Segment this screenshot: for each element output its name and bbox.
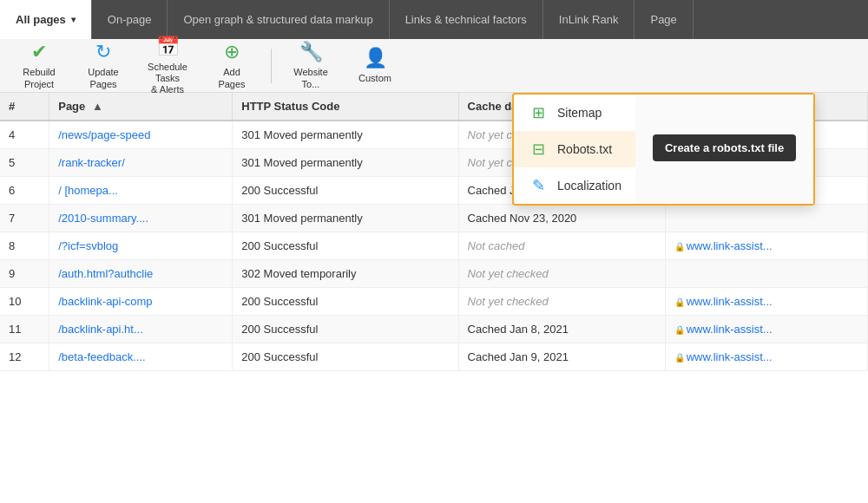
cell-http-status: 301 Moved permanently: [233, 121, 458, 149]
cell-http-status: 301 Moved permanently: [233, 149, 458, 177]
add-icon: ⊕: [224, 41, 240, 63]
cell-http-status: 200 Successful: [233, 177, 458, 205]
cell-page[interactable]: /backlink-api.ht...: [49, 316, 233, 343]
cell-page[interactable]: /?icf=svblog: [49, 232, 233, 260]
dropdown-item-sitemap[interactable]: ⊞ Sitemap: [514, 95, 635, 131]
dropdown-locale-label: Localization: [557, 179, 621, 193]
table-row: 11/backlink-api.ht...200 SuccessfulCache…: [0, 316, 868, 343]
cell-page[interactable]: /news/page-speed: [49, 121, 233, 149]
locale-icon: ✎: [528, 176, 549, 195]
tab-open-graph[interactable]: Open graph & structured data markup: [168, 0, 389, 39]
cell-cache-date: Cached Jan 9, 2021: [458, 343, 665, 371]
table-row: 8/?icf=svblog200 SuccessfulNot cachedwww…: [0, 232, 868, 260]
person-icon: 👤: [364, 47, 387, 69]
add-label: AddPages: [218, 67, 245, 89]
cell-http-status: 200 Successful: [233, 343, 458, 371]
cell-inlink: www.link-assist...: [665, 288, 867, 316]
dropdown-item-robots[interactable]: ⊟ Robots.txt: [514, 131, 635, 167]
table-row: 7/2010-summary....301 Moved permanentlyC…: [0, 205, 868, 232]
custom-button[interactable]: 👤 Custom: [345, 43, 405, 88]
dropdown-with-action: ⊞ Sitemap ⊟ Robots.txt ✎ Localization Cr…: [514, 95, 813, 204]
cell-http-status: 301 Moved permanently: [233, 205, 458, 232]
website-tools-button[interactable]: 🔧 WebsiteTo...: [280, 37, 341, 93]
chevron-down-icon: ▾: [71, 15, 76, 24]
dropdown-container: ⊞ Sitemap ⊟ Robots.txt ✎ Localization Cr…: [512, 93, 815, 206]
cell-inlink: [665, 260, 867, 288]
tab-page[interactable]: Page: [635, 0, 693, 39]
tab-inlink-rank[interactable]: InLink Rank: [543, 0, 635, 39]
cell-http-status: 200 Successful: [233, 288, 458, 316]
cell-num: 5: [0, 149, 49, 177]
cell-num: 10: [0, 288, 49, 316]
cell-http-status: 200 Successful: [233, 316, 458, 343]
cell-num: 12: [0, 343, 49, 371]
update-icon: ↻: [95, 41, 111, 63]
cell-http-status: 302 Moved temporarily: [233, 260, 458, 288]
add-pages-button[interactable]: ⊕ AddPages: [201, 37, 262, 93]
dropdown-sitemap-label: Sitemap: [557, 106, 602, 120]
cell-page[interactable]: /auth.html?authclie: [49, 260, 233, 288]
cell-inlink: www.link-assist...: [665, 232, 867, 260]
cell-page[interactable]: /backlink-api-comp: [49, 288, 233, 316]
cell-page[interactable]: / [homepa...: [49, 177, 233, 205]
cell-cache-date: Not yet checked: [458, 288, 665, 316]
col-num: #: [0, 93, 49, 121]
toolbar: ✔ RebuildProject ↻ UpdatePages 📅 Schedul…: [0, 39, 868, 93]
cell-cache-date: Not yet checked: [458, 260, 665, 288]
cell-cache-date: Cached Jan 8, 2021: [458, 316, 665, 343]
update-label: UpdatePages: [88, 67, 118, 89]
tab-bar: All pages ▾ On-page Open graph & structu…: [0, 0, 868, 39]
dropdown-item-localization[interactable]: ✎ Localization: [514, 167, 635, 204]
schedule-icon: 📅: [156, 36, 180, 58]
cell-inlink: www.link-assist...: [665, 343, 867, 371]
schedule-tasks-button[interactable]: 📅 ScheduleTasks& Alerts: [137, 32, 198, 100]
cell-http-status: 200 Successful: [233, 232, 458, 260]
table-row: 10/backlink-api-comp200 SuccessfulNot ye…: [0, 288, 868, 316]
dropdown-action-area: Create a robots.txt file: [635, 95, 813, 204]
rebuild-icon: ✔: [31, 41, 47, 63]
tab-all-pages[interactable]: All pages ▾: [0, 0, 92, 39]
toolbar-divider: [271, 49, 272, 83]
cell-cache-date: Cached Nov 23, 2020: [458, 205, 665, 232]
wrench-icon: 🔧: [299, 41, 323, 63]
cell-num: 6: [0, 177, 49, 205]
tab-links-technical[interactable]: Links & technical factors: [390, 0, 543, 39]
create-robots-button[interactable]: Create a robots.txt file: [653, 134, 796, 161]
cell-page[interactable]: /2010-summary....: [49, 205, 233, 232]
cell-num: 11: [0, 316, 49, 343]
rebuild-project-button[interactable]: ✔ RebuildProject: [9, 37, 69, 93]
cell-page[interactable]: /rank-tracker/: [49, 149, 233, 177]
cell-num: 7: [0, 205, 49, 232]
table-wrapper: # Page ▲ HTTP Status Code Cache date in …: [0, 93, 868, 503]
col-http-status: HTTP Status Code: [233, 93, 458, 121]
cell-inlink: [665, 205, 867, 232]
custom-label: Custom: [358, 73, 391, 84]
rebuild-label: RebuildProject: [23, 67, 55, 89]
cell-num: 9: [0, 260, 49, 288]
sitemap-icon: ⊞: [528, 103, 549, 122]
dropdown-robots-label: Robots.txt: [557, 142, 612, 156]
website-label: WebsiteTo...: [293, 67, 328, 89]
schedule-label: ScheduleTasks& Alerts: [148, 62, 187, 96]
col-page[interactable]: Page ▲: [49, 93, 233, 121]
update-pages-button[interactable]: ↻ UpdatePages: [73, 37, 134, 93]
cell-num: 8: [0, 232, 49, 260]
table-row: 9/auth.html?authclie302 Moved temporaril…: [0, 260, 868, 288]
dropdown-overlay: ⊞ Sitemap ⊟ Robots.txt ✎ Localization Cr…: [512, 93, 815, 206]
cell-num: 4: [0, 121, 49, 149]
table-row: 12/beta-feedback....200 SuccessfulCached…: [0, 343, 868, 371]
cell-inlink: www.link-assist...: [665, 316, 867, 343]
robots-icon: ⊟: [528, 140, 549, 159]
dropdown-menu: ⊞ Sitemap ⊟ Robots.txt ✎ Localization: [514, 95, 635, 204]
cell-page[interactable]: /beta-feedback....: [49, 343, 233, 371]
cell-cache-date: Not cached: [458, 232, 665, 260]
